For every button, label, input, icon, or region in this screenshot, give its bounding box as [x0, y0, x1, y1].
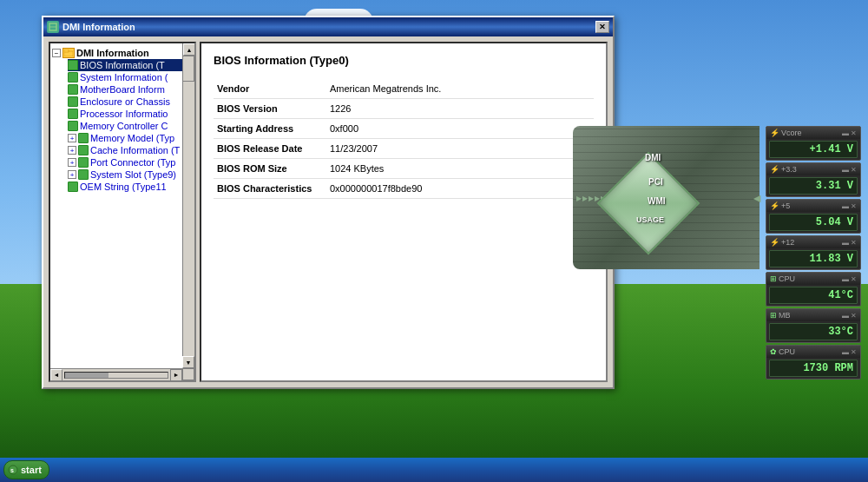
tree-item-group-6[interactable]: + Memory Model (Typ	[68, 132, 193, 144]
window-title: DMI Information	[62, 22, 595, 32]
tree-item-10[interactable]: OEM String (Type11	[68, 181, 193, 193]
nav-pci-btn[interactable]: PCI	[648, 177, 663, 187]
sensor-cpu-fan-value: 1730 RPM	[769, 360, 858, 377]
close-button[interactable]: ✕	[595, 21, 609, 33]
sensor-v12-value: 11.83 V	[769, 250, 858, 267]
sensor-mb-temp-header: ⊞ MB ▬ ✕	[766, 309, 860, 321]
sensor-cpu-temp: ⊞ CPU ▬ ✕ 41°C	[766, 272, 861, 307]
sensor-mb-temp-label: ⊞ MB	[770, 311, 791, 320]
tree-item-icon-10	[68, 182, 78, 192]
taskbar: s start	[0, 458, 868, 482]
tree-item-icon-0	[68, 60, 78, 70]
sensor-v5-value: 5.04 V	[769, 214, 858, 231]
table-row-vendor: Vendor American Megatrends Inc.	[214, 79, 594, 99]
content-title: BIOS Information (Type0)	[214, 54, 594, 67]
tree-hscroll-left-btn[interactable]: ◄	[50, 369, 62, 381]
tree-item-5[interactable]: Memory Controller C	[68, 120, 193, 132]
sensor-mb-temp-controls: ▬ ✕	[842, 312, 857, 320]
sensor-mb-temp-close[interactable]: ✕	[851, 312, 857, 320]
bolt-icon-v33: ⚡	[770, 165, 779, 174]
svg-text:s: s	[10, 467, 14, 473]
row-label-rom-size: BIOS ROM Size	[214, 159, 326, 179]
start-icon: s	[8, 465, 18, 475]
cpu-icon-temp: ⊞	[770, 274, 777, 283]
row-label-bios-version: BIOS Version	[214, 99, 326, 119]
start-button[interactable]: s start	[3, 460, 49, 479]
sensor-mb-temp-minimize[interactable]: ▬	[842, 312, 849, 320]
tree-item-group-7[interactable]: + Cache Information (T	[68, 144, 193, 156]
tree-item-label-1: System Information (	[80, 72, 168, 83]
row-value-vendor: American Megatrends Inc.	[326, 79, 594, 99]
tree-item-icon-2	[68, 84, 78, 95]
tree-item-label-8: Port Connector (Typ	[90, 157, 175, 168]
dmi-window: DMI Information ✕ − DMI Information BIOS…	[42, 16, 615, 389]
tree-item-icon-9	[78, 169, 89, 180]
tree-item-group-8[interactable]: + Port Connector (Typ	[68, 156, 193, 168]
tree-item-1[interactable]: System Information (	[68, 71, 193, 83]
tree-item-0[interactable]: BIOS Information (T	[68, 59, 193, 71]
tree-item-label-0: BIOS Information (T	[80, 60, 165, 70]
sensor-v5-label: ⚡ +5	[770, 201, 790, 210]
svg-rect-3	[64, 50, 69, 52]
tree-item-label-9: System Slot (Type9)	[90, 169, 176, 180]
nav-wmi-btn[interactable]: WMI	[648, 196, 666, 206]
tree-content: − DMI Information BIOS Information (T Sy…	[50, 43, 194, 196]
nav-dmi-btn[interactable]: DMI	[645, 153, 661, 162]
tree-item-2[interactable]: MotherBoard Inform	[68, 83, 193, 96]
tree-item-icon-4	[68, 109, 78, 119]
sensor-v33: ⚡ +3.3 ▬ ✕ 3.31 V	[766, 162, 861, 197]
row-label-release-date: BIOS Release Date	[214, 139, 326, 159]
sensor-v33-controls: ▬ ✕	[842, 166, 857, 174]
tree-panel: − DMI Information BIOS Information (T Sy…	[49, 42, 196, 382]
sensor-cpu-fan-minimize[interactable]: ▬	[842, 348, 849, 356]
nav-usage-btn[interactable]: USAGE	[636, 215, 664, 224]
sensor-vcore-label: ⚡ Vcore	[770, 129, 802, 137]
tree-hscroll-right-btn[interactable]: ►	[170, 369, 182, 381]
tree-scroll-thumb[interactable]	[182, 56, 194, 82]
tree-expand-8[interactable]: +	[68, 158, 76, 167]
sensor-vcore-close[interactable]: ✕	[851, 129, 857, 137]
fan-icon: ✿	[770, 347, 777, 356]
sensor-v33-value: 3.31 V	[769, 177, 858, 195]
sensor-v12-minimize[interactable]: ▬	[842, 239, 849, 247]
tree-scroll-up-btn[interactable]: ▲	[183, 43, 195, 56]
row-label-starting-addr: Starting Address	[214, 119, 326, 139]
sensor-cpu-temp-close[interactable]: ✕	[851, 275, 857, 283]
tree-scrollbar[interactable]: ▲ ▼	[182, 43, 194, 380]
sensor-cpu-fan: ✿ CPU ▬ ✕ 1730 RPM	[766, 345, 861, 380]
tree-item-icon-5	[68, 121, 78, 131]
tree-hscrollbar[interactable]: ◄ ►	[50, 368, 182, 380]
sensor-v5-close[interactable]: ✕	[851, 202, 857, 210]
tree-item-4[interactable]: Processor Informatio	[68, 108, 193, 120]
sensor-cpu-temp-minimize[interactable]: ▬	[842, 275, 849, 283]
tree-scroll-down-btn[interactable]: ▼	[182, 356, 194, 368]
window-body: − DMI Information BIOS Information (T Sy…	[43, 36, 613, 387]
bolt-icon-v5: ⚡	[770, 201, 779, 210]
sensor-vcore-minimize[interactable]: ▬	[842, 129, 849, 137]
tree-root-item[interactable]: − DMI Information	[52, 47, 193, 59]
tree-root-expand[interactable]: −	[52, 49, 61, 57]
info-table: Vendor American Megatrends Inc. BIOS Ver…	[214, 79, 594, 199]
row-value-starting-addr: 0xf000	[326, 119, 594, 139]
sensor-v12-close[interactable]: ✕	[851, 239, 857, 247]
sensor-v5: ⚡ +5 ▬ ✕ 5.04 V	[766, 199, 861, 234]
sensor-v5-minimize[interactable]: ▬	[842, 202, 849, 210]
tree-item-3[interactable]: Enclosure or Chassis	[68, 96, 193, 108]
tree-expand-7[interactable]: +	[68, 146, 76, 155]
sensor-cpu-fan-close[interactable]: ✕	[851, 348, 857, 356]
tree-item-label-6: Memory Model (Typ	[90, 133, 174, 143]
window-icon	[47, 21, 59, 33]
nav-widget: ▶▶▶▶▶▶▶ DMI PCI WMI USAGE ◄	[573, 126, 760, 269]
tree-item-group-9[interactable]: + System Slot (Type9)	[68, 168, 193, 181]
nav-arrow-left: ◄	[751, 191, 763, 205]
sensor-vcore: ⚡ Vcore ▬ ✕ +1.41 V	[766, 126, 861, 161]
tree-item-label-3: Enclosure or Chassis	[80, 96, 170, 107]
tree-item-icon-7	[78, 145, 89, 155]
content-panel: BIOS Information (Type0) Vendor American…	[200, 42, 608, 382]
tree-expand-6[interactable]: +	[68, 134, 76, 142]
sensor-vcore-controls: ▬ ✕	[842, 129, 857, 137]
tree-item-label-4: Processor Informatio	[80, 109, 168, 119]
sensor-v33-close[interactable]: ✕	[851, 166, 857, 174]
sensor-v33-minimize[interactable]: ▬	[842, 166, 849, 174]
tree-expand-9[interactable]: +	[68, 170, 76, 179]
